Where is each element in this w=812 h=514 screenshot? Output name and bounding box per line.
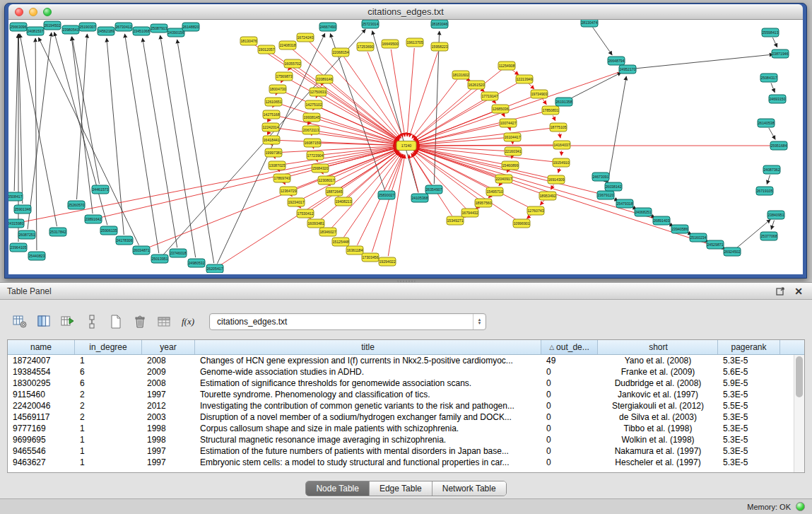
table-row[interactable]: 1872400712008Changes of HCN gene express… [8,355,794,366]
graph-node[interactable]: 25906135 [100,226,117,235]
graph-edge[interactable] [771,83,775,92]
graph-node[interactable]: 18957560 [475,199,492,207]
graph-edge[interactable] [413,69,502,140]
graph-node[interactable]: 17850831 [542,106,559,115]
graph-node[interactable]: 24980532 [188,259,205,267]
graph-edge[interactable] [71,37,93,214]
graph-node[interactable]: 23451068 [133,27,150,35]
table-row[interactable]: 969969511998Structural magnetic resonanc… [8,434,794,445]
graph-node[interactable]: 24105368 [411,194,428,202]
graph-node[interactable]: 24693150 [769,95,786,103]
graph-edge[interactable] [543,99,547,105]
graph-node[interactable]: 19734903 [531,90,548,98]
graph-edge[interactable] [569,73,621,100]
column-header-name[interactable]: name [8,340,75,354]
column-header-title[interactable]: title [195,340,541,354]
graph-node[interactable]: 12364729 [280,187,297,195]
graph-node[interactable]: 26034871 [133,246,150,255]
graph-node[interactable]: 25013951 [151,255,168,263]
table-scrollbar[interactable] [794,355,804,472]
function-icon[interactable]: f(x) [178,312,198,332]
graph-node[interactable]: 22089146 [316,75,333,83]
graph-node[interactable]: 18775105 [550,123,567,132]
graph-node[interactable]: 25087913 [151,24,167,33]
graph-edge[interactable] [279,146,397,153]
graph-node[interactable]: 25901346 [14,205,31,214]
graph-node[interactable]: 23964105 [10,243,27,252]
tab-network-table[interactable]: Network Table [432,481,506,496]
graph-node[interactable]: 25598413 [762,28,779,37]
graph-node[interactable]: 11254908 [498,62,515,70]
table-row[interactable]: 2242004622012Investigating the contribut… [8,400,794,411]
graph-node[interactable]: 25084317 [760,74,777,82]
graph-node[interactable]: 17530412 [297,209,314,218]
graph-edge[interactable] [318,143,397,145]
graph-edge[interactable] [391,49,405,136]
merge-rows-icon[interactable] [82,312,102,332]
graph-edge[interactable] [277,116,398,144]
graph-edge[interactable] [160,35,196,257]
graph-node[interactable]: 23840951 [767,211,784,219]
tab-node-table[interactable]: Node Table [306,481,369,496]
graph-node[interactable]: 16724243 [297,33,314,42]
graph-node[interactable]: 17719147 [481,92,498,100]
graph-edge[interactable] [416,138,507,145]
graph-edge[interactable] [633,54,773,69]
graph-node[interactable]: 26140538 [758,119,775,127]
graph-node[interactable]: 18346027 [319,228,336,236]
graph-edge[interactable] [320,152,399,220]
graph-node[interactable]: 26087251 [18,230,35,239]
graph-edge[interactable] [329,83,399,140]
graph-edge[interactable] [323,173,324,174]
graph-node[interactable]: 17569873 [276,72,293,81]
graph-node[interactable]: 16093481 [307,219,324,228]
graph-node[interactable]: 16649500 [382,40,399,48]
table-row[interactable]: 1830029562008Estimation of significance … [8,378,794,389]
graph-node[interactable]: 26148820 [182,23,199,31]
column-header-out_de[interactable]: △out_de... [541,340,598,354]
new-document-icon[interactable] [106,312,126,332]
graph-node[interactable]: 19012057 [258,45,275,54]
graph-node[interactable]: 25663096 [10,23,27,31]
graph-edge[interactable] [367,52,403,137]
graph-node[interactable]: 25951684 [770,141,787,150]
graph-node[interactable]: 14275102 [305,100,322,109]
graph-node[interactable]: 26719105 [756,187,773,195]
graph-node[interactable]: 23980541 [62,25,79,34]
graph-node[interactable]: 13087025 [269,161,286,170]
graph-edge[interactable] [767,175,770,185]
table-row[interactable]: 977716911998Corpus callosum shape and si… [8,423,794,434]
graph-node[interactable]: 23746018 [170,249,187,257]
graph-edge[interactable] [14,34,18,191]
graph-node[interactable]: 24562189 [98,27,114,35]
graph-edge[interactable] [540,200,544,205]
graph-node[interactable]: 16361184 [346,246,363,255]
column-header-in_degree[interactable]: in_degree [75,340,142,354]
graph-node[interactable]: 19154910 [553,158,570,167]
graph-edge[interactable] [529,83,534,89]
graph-edge[interactable] [38,37,139,245]
graph-node[interactable]: 23940586 [671,225,688,233]
graph-edge[interactable] [292,196,293,197]
graph-edge[interactable] [560,133,560,138]
graph-node[interactable]: 25723014 [362,20,379,28]
graph-edge[interactable] [769,128,775,139]
graph-edge[interactable] [414,99,485,141]
show-columns-icon[interactable] [34,312,54,332]
graph-node[interactable]: 19938145 [303,113,320,122]
graph-node[interactable]: 10996901 [513,219,530,228]
graph-node[interactable]: 12760743 [527,206,544,215]
graph-edge[interactable] [326,148,398,167]
graph-edge[interactable] [77,34,88,199]
graph-edge[interactable] [35,38,37,250]
table-selector-dropdown[interactable]: citations_edges.txt ▲▼ [209,313,486,330]
graph-node[interactable]: 10074427 [500,119,517,127]
graph-node[interactable]: 15349271 [447,216,464,225]
graph-node[interactable]: 18004730 [269,85,286,93]
graph-node[interactable]: 25377068 [760,232,777,240]
graph-node[interactable]: 16087159 [304,139,321,147]
graph-node[interactable]: 25160234 [690,233,707,242]
graph-edge[interactable] [125,34,159,253]
table-row[interactable]: 911546021997Tourette syndrome. Phenomeno… [8,389,794,400]
network-canvas[interactable]: 17240 16055702 17569873 18004730 1261065… [8,20,803,274]
